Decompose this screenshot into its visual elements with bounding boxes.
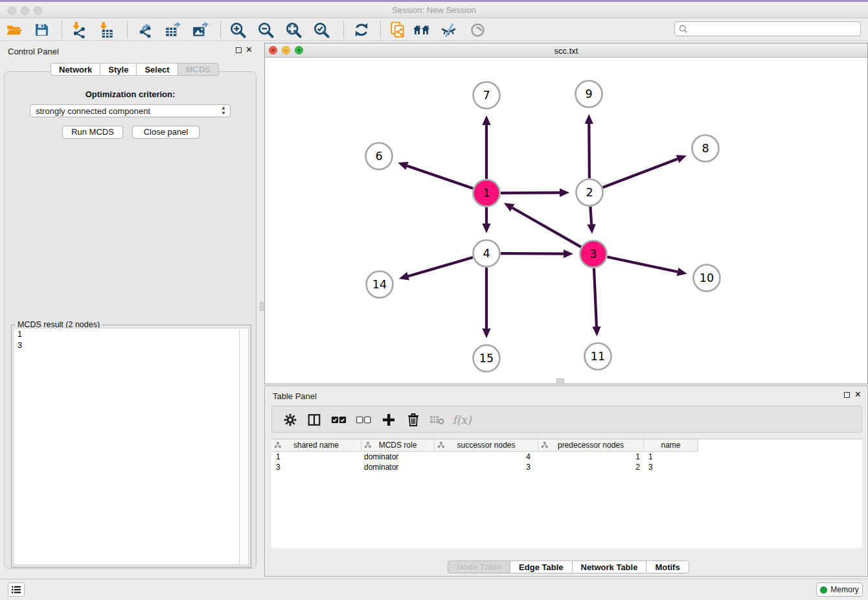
tab-node-table[interactable]: Node Table bbox=[448, 560, 510, 573]
open-folder-icon bbox=[6, 21, 23, 38]
graph-node[interactable]: 10 bbox=[694, 265, 720, 292]
zoom-fit-button[interactable] bbox=[283, 20, 304, 40]
graph-edge[interactable] bbox=[399, 257, 473, 280]
add-column-button[interactable] bbox=[379, 410, 398, 430]
mcds-result-textarea[interactable]: 1 3 bbox=[14, 328, 249, 565]
graph-edge[interactable] bbox=[603, 155, 687, 187]
search-field[interactable] bbox=[674, 21, 861, 36]
control-panel-header: Control Panel ✕ bbox=[0, 41, 260, 60]
select-all-button[interactable] bbox=[329, 410, 348, 430]
close-table-panel-icon[interactable]: ✕ bbox=[854, 389, 862, 399]
graph-node[interactable]: 11 bbox=[585, 343, 611, 370]
table-cell: 1 bbox=[271, 452, 361, 462]
plus-icon bbox=[382, 413, 395, 426]
delete-column-button[interactable] bbox=[404, 410, 423, 430]
run-mcds-button[interactable]: Run MCDS bbox=[62, 126, 123, 139]
graph-edge[interactable] bbox=[398, 162, 473, 189]
column-header-mcds-role[interactable]: MCDS role bbox=[361, 439, 435, 452]
graph-edge[interactable] bbox=[501, 189, 569, 197]
graph-edge[interactable] bbox=[585, 114, 593, 178]
table-settings-button[interactable] bbox=[280, 410, 300, 430]
graph-node[interactable]: 2 bbox=[577, 179, 603, 206]
mcds-tab-content: Optimization criterion: strongly connect… bbox=[4, 71, 257, 569]
graph-node[interactable]: 1 bbox=[474, 180, 500, 207]
deselect-all-button[interactable] bbox=[354, 410, 373, 430]
import-table-button[interactable] bbox=[95, 20, 116, 40]
table-cell: 3 bbox=[644, 462, 698, 472]
graph-edge[interactable] bbox=[588, 207, 596, 234]
graph-node[interactable]: 7 bbox=[474, 82, 500, 109]
column-header-successor-nodes[interactable]: successor nodes bbox=[435, 439, 538, 452]
save-session-button[interactable] bbox=[31, 20, 52, 40]
delete-table-button-disabled bbox=[428, 410, 447, 430]
close-panel-button[interactable]: Close panel bbox=[132, 126, 200, 139]
toolbar-separator bbox=[62, 21, 62, 38]
graph-node[interactable]: 3 bbox=[580, 241, 607, 268]
copy-network-button[interactable] bbox=[387, 20, 408, 40]
task-history-button[interactable] bbox=[8, 583, 25, 597]
export-table-button[interactable] bbox=[163, 20, 183, 40]
graph-node[interactable]: 14 bbox=[367, 271, 393, 298]
result-scrollbar[interactable] bbox=[239, 329, 248, 564]
table-row[interactable]: 3dominator323 bbox=[271, 462, 862, 472]
tab-network[interactable]: Network bbox=[51, 63, 100, 76]
graph-node-label: 7 bbox=[483, 89, 490, 102]
network-canvas[interactable]: 7968124314101511 bbox=[265, 58, 867, 384]
export-network-button[interactable] bbox=[135, 20, 156, 40]
import-network-icon bbox=[70, 21, 87, 38]
save-floppy-icon bbox=[34, 22, 49, 38]
zoom-fit-content-icon bbox=[285, 21, 303, 39]
graph-edge[interactable] bbox=[482, 207, 490, 233]
result-line: 1 bbox=[14, 329, 248, 340]
import-network-button[interactable] bbox=[68, 20, 89, 40]
list-icon bbox=[11, 585, 21, 594]
graph-edge[interactable] bbox=[608, 257, 687, 276]
eye-slash-icon bbox=[440, 21, 457, 39]
graph-node[interactable]: 8 bbox=[692, 135, 719, 162]
vertical-splitter-handle[interactable] bbox=[260, 302, 264, 311]
graph-edge[interactable] bbox=[592, 268, 600, 336]
zoom-in-button[interactable] bbox=[227, 20, 248, 40]
export-image-button[interactable] bbox=[190, 20, 211, 40]
table-cell: 1 bbox=[538, 452, 644, 462]
home-view-button[interactable] bbox=[411, 20, 432, 40]
node-table: shared name MCDS role successor nodes pr… bbox=[271, 439, 862, 548]
horizontal-splitter-handle[interactable] bbox=[556, 378, 564, 383]
column-header-shared-name[interactable]: shared name bbox=[271, 439, 361, 452]
zoom-out-button[interactable] bbox=[255, 20, 276, 40]
tab-select[interactable]: Select bbox=[136, 63, 177, 76]
graph-edge[interactable] bbox=[482, 268, 490, 338]
close-panel-icon[interactable]: ✕ bbox=[246, 45, 253, 54]
column-header-name[interactable]: name bbox=[644, 439, 698, 452]
network-view-titlebar[interactable]: ✕ − + scc.txt bbox=[265, 43, 867, 58]
hierarchy-icon bbox=[438, 442, 444, 448]
memory-button[interactable]: Memory bbox=[816, 583, 863, 597]
tab-mcds[interactable]: MCDS bbox=[177, 63, 219, 76]
open-session-button[interactable] bbox=[4, 20, 25, 40]
tab-style[interactable]: Style bbox=[100, 63, 136, 76]
table-row[interactable]: 1dominator411 bbox=[271, 452, 862, 462]
float-table-panel-icon[interactable] bbox=[844, 392, 850, 398]
show-graphics-details-button[interactable] bbox=[467, 20, 488, 40]
column-header-predecessor-nodes[interactable]: predecessor nodes bbox=[538, 439, 644, 452]
network-graph[interactable]: 7968124314101511 bbox=[265, 58, 867, 384]
float-panel-icon[interactable] bbox=[236, 47, 242, 53]
toggle-columns-button[interactable] bbox=[304, 410, 324, 430]
graph-edge[interactable] bbox=[501, 249, 573, 258]
tab-network-table[interactable]: Network Table bbox=[572, 560, 646, 573]
graph-node[interactable]: 15 bbox=[474, 345, 500, 372]
optimization-criterion-dropdown[interactable]: strongly connected component ▲▼ bbox=[30, 104, 231, 117]
graph-edge[interactable] bbox=[482, 115, 490, 179]
tab-edge-table[interactable]: Edge Table bbox=[510, 560, 571, 573]
graph-node[interactable]: 6 bbox=[366, 143, 393, 170]
tab-motifs[interactable]: Motifs bbox=[646, 560, 689, 573]
graph-node[interactable]: 9 bbox=[576, 81, 602, 108]
graph-edge[interactable] bbox=[504, 203, 581, 247]
zoom-selected-button[interactable] bbox=[311, 20, 332, 40]
control-panel: Control Panel ✕ Network Style Select MCD… bbox=[0, 41, 260, 579]
refresh-view-button[interactable] bbox=[351, 20, 372, 40]
search-input[interactable] bbox=[691, 25, 860, 34]
graph-node[interactable]: 4 bbox=[474, 240, 500, 267]
import-table-icon bbox=[97, 21, 114, 38]
hide-graphics-details-button[interactable] bbox=[438, 20, 459, 40]
